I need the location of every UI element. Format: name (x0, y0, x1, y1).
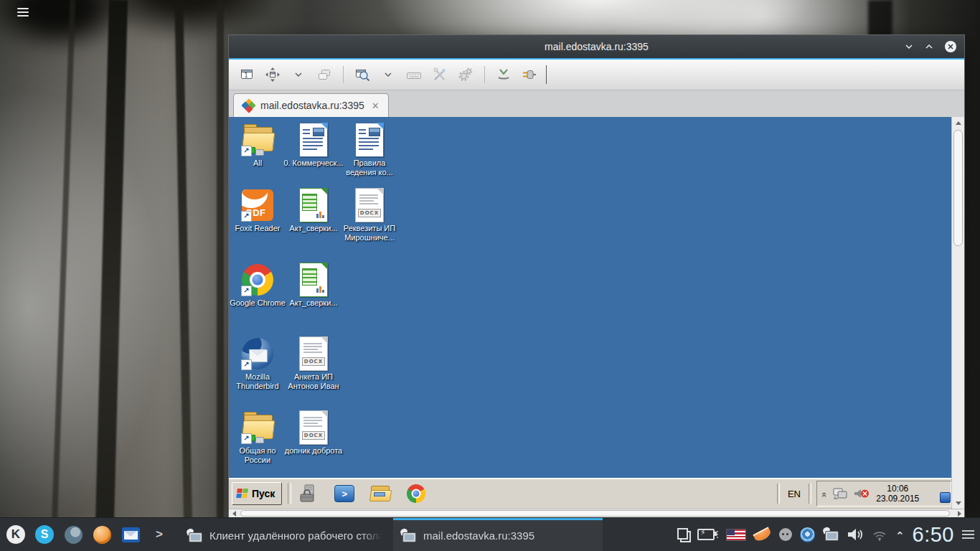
kde-panel: K S > Клиент удалённого рабочего стола R… (0, 517, 980, 551)
tab-bar: mail.edostavka.ru:3395 ✕ (229, 90, 964, 117)
wifi-icon[interactable] (872, 528, 887, 541)
desktop-icon-calc[interactable]: Акт_сверки... (283, 188, 344, 233)
desktop-icon-docx[interactable]: DOCX Реквезиты ИП Мирошниче... (339, 188, 400, 242)
svg-text:1: 1 (244, 72, 248, 79)
vertical-scroll-thumb[interactable] (953, 130, 963, 246)
blue-disc-icon[interactable] (800, 527, 815, 542)
network-icon[interactable] (833, 488, 847, 499)
scroll-right-icon[interactable] (954, 511, 964, 517)
desktop-icon-foxit[interactable]: PDF ↗ Foxit Reader (229, 188, 288, 233)
kde-menu-icon[interactable]: K (6, 524, 26, 545)
powershell-icon[interactable]: > (334, 484, 354, 504)
quick-launch-separator (288, 483, 291, 504)
tab-label: mail.edostavka.ru:3395 (260, 100, 364, 111)
scroll-up-icon[interactable] (952, 117, 964, 128)
clipboard-icon[interactable] (677, 528, 689, 541)
shortcut-arrow-icon: ↗ (241, 211, 252, 222)
windows-taskbar: Пуск > EN « (229, 478, 951, 509)
panel-menu-icon[interactable] (962, 528, 974, 541)
remmina-icon (242, 100, 255, 112)
expand-right-icon[interactable]: > (149, 524, 169, 545)
remote-desktop[interactable]: ↗ All 0. Коммерческ... Правила ведения к… (229, 117, 951, 509)
horizontal-scrollbar[interactable] (229, 509, 964, 517)
settings-gears-icon[interactable] (455, 64, 476, 85)
expand-more-icon[interactable] (288, 64, 309, 85)
language-indicator[interactable]: EN (785, 489, 804, 499)
scroll-down-icon[interactable] (952, 497, 964, 509)
fullscreen-icon[interactable] (262, 64, 283, 85)
volume-icon[interactable] (847, 527, 864, 542)
disconnect-plug-icon[interactable] (519, 64, 540, 85)
resize-window-icon[interactable]: 1 (236, 64, 258, 85)
desktop-toolbox-icon[interactable] (17, 6, 33, 19)
desktop-icon-docx[interactable]: DOCX Анкета ИП Антонов Иван (283, 336, 344, 391)
desktop-icon-doc[interactable]: 0. Коммерческ... (283, 123, 344, 168)
clementine-orange-icon[interactable] (92, 524, 112, 545)
scale-view-icon[interactable] (352, 64, 373, 85)
shortcut-arrow-icon: ↗ (241, 433, 252, 444)
desktop-icon-all[interactable]: ↗ All (229, 123, 288, 168)
skype-icon[interactable]: S (34, 524, 55, 545)
taskbar-button-connection[interactable]: mail.edostavka.ru:3395 (393, 518, 603, 551)
remmina-toolbar: 1 (229, 60, 964, 90)
desktop-icon-doc[interactable]: Правила ведения ко... (339, 123, 400, 177)
remmina-window-icon (400, 529, 416, 543)
expand-up-icon[interactable]: ⌃ (895, 529, 905, 542)
close-icon[interactable] (944, 40, 957, 53)
taskbar-button-remmina-main[interactable]: Клиент удалённого рабочего стола Remm (179, 518, 389, 551)
panel-clock[interactable]: 6:50 (913, 523, 954, 547)
tools-icon[interactable] (429, 64, 451, 85)
expand-more-icon[interactable] (377, 64, 399, 85)
grab-keyboard-icon[interactable] (403, 64, 425, 85)
windows-tray: EN « 10:06 23.09.2015 (772, 479, 951, 509)
rdp-mini-icon[interactable] (940, 492, 951, 503)
desktop-icon-calc[interactable]: Акт_сверки... (283, 263, 344, 308)
mail-folder-icon[interactable] (121, 524, 141, 545)
start-button[interactable]: Пуск (232, 482, 282, 505)
tab-connection[interactable]: mail.edostavka.ru:3395 ✕ (233, 93, 389, 117)
remmina-window: mail.edostavka.ru:3395 1 (228, 34, 965, 518)
tab-close-icon[interactable]: ✕ (372, 100, 380, 111)
app-circle-icon[interactable] (63, 524, 83, 545)
minimize-to-tray-icon[interactable] (493, 64, 514, 85)
window-titlebar[interactable]: mail.edostavka.ru:3395 (229, 35, 964, 60)
windows-clock[interactable]: 10:06 23.09.2015 (876, 484, 929, 504)
shade-up-icon[interactable] (924, 42, 934, 52)
scroll-left-icon[interactable] (229, 511, 239, 517)
desktop-icon-folder[interactable]: ↗ Общая по России (229, 410, 288, 465)
shortcut-arrow-icon: ↗ (241, 146, 252, 156)
server-manager-icon[interactable] (298, 484, 319, 504)
horizontal-scroll-thumb[interactable] (240, 510, 950, 517)
desktop-icon-chrome[interactable]: ↗ Google Chrome (229, 263, 288, 308)
shortcut-arrow-icon: ↗ (241, 286, 252, 296)
vertical-scrollbar[interactable] (951, 117, 964, 509)
expand-up-icon[interactable]: « (819, 491, 830, 495)
window-title: mail.edostavka.ru:3395 (229, 41, 964, 52)
system-tray: ⌃ 6:50 (677, 518, 980, 551)
shortcut-arrow-icon: ↗ (241, 359, 252, 370)
notifier-balloon-icon[interactable] (779, 528, 792, 541)
volume-muted-icon[interactable] (854, 488, 870, 499)
desktop-icon-thunderbird[interactable]: ↗ Mozilla Thunderbird (229, 336, 288, 391)
windows-flag-icon (236, 489, 249, 499)
battery-icon[interactable] (697, 529, 718, 540)
duplicate-connection-icon[interactable] (314, 64, 335, 85)
desktop-icon-docx[interactable]: DOCX допник доброта (283, 410, 344, 456)
task-manager: Клиент удалённого рабочего стола Remm ma… (179, 518, 607, 551)
remmina-window-icon (187, 529, 202, 543)
chrome-icon[interactable] (406, 484, 426, 504)
toolbar-handle (546, 65, 547, 84)
shade-down-icon[interactable] (904, 42, 914, 52)
remmina-tray-icon[interactable] (823, 527, 839, 542)
explorer-folder-icon[interactable] (370, 484, 390, 504)
keyboard-layout-us-flag-icon[interactable] (726, 529, 746, 541)
orange-slice-icon[interactable] (754, 530, 771, 540)
